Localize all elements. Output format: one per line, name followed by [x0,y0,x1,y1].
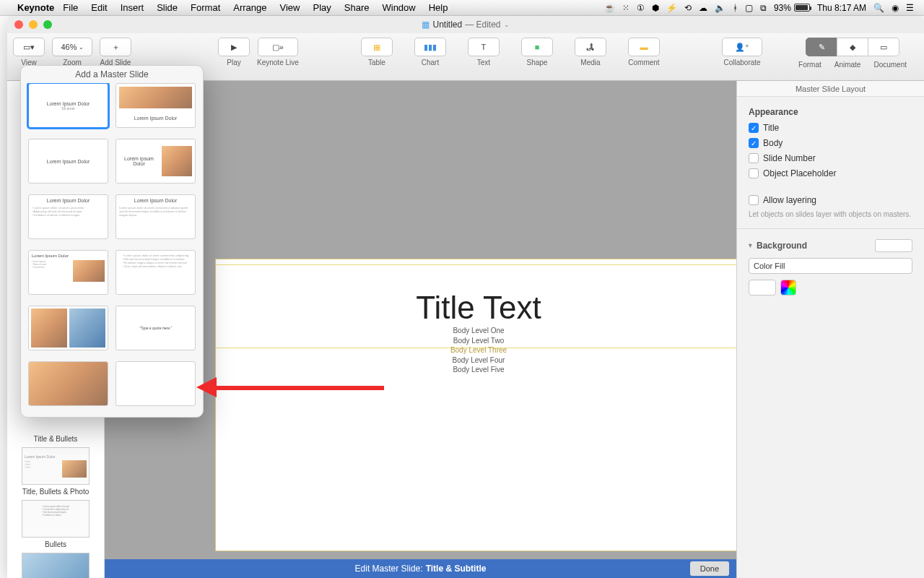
navigator-thumb[interactable]: Lorem Ipsum Dolor• item• item• item [22,447,90,485]
collaborate-button[interactable]: 👤⁺ [722,38,762,56]
color-picker-button[interactable] [780,280,796,296]
status-bolt-icon[interactable]: ⚡ [666,3,677,13]
popover-title: Add a Master Slide [21,66,203,83]
menu-edit[interactable]: Edit [91,2,107,13]
close-button[interactable] [14,20,23,29]
master-grid: Lorem Ipsum DolorSit amet Lorem Ipsum Do… [21,83,203,417]
play-button[interactable]: ▶ [218,38,250,56]
add-master-slide-popover: Add a Master Slide Lorem Ipsum DolorSit … [20,65,204,418]
spotlight-icon[interactable]: 🔍 [873,3,884,13]
master-photo-right[interactable]: Lorem Ipsum Dolor [116,139,196,184]
navigator-thumb[interactable]: • Lorem ipsum dolor sit amet• Consectetu… [22,500,90,538]
appearance-section: Appearance [749,107,912,117]
title-checkbox[interactable]: ✓Title [749,123,912,133]
animate-label: Animate [834,61,861,69]
play-label: Play [227,59,240,66]
master-two-photo[interactable] [28,306,108,350]
menu-slide[interactable]: Slide [157,2,178,13]
allow-layering-help: Let objects on slides layer with objects… [749,210,912,218]
app-menu[interactable]: Keynote [17,2,54,13]
menu-arrange[interactable]: Arrange [233,2,266,13]
fullscreen-button[interactable] [43,20,52,29]
document-label: Document [873,61,907,69]
menu-file[interactable]: File [63,2,78,13]
status-battery-percent[interactable]: 93% [774,3,810,13]
master-title-bullets-photo[interactable]: Lorem Ipsum Dolor• Lorem ipsum• Dolor si… [28,250,108,295]
siri-icon[interactable]: ◉ [892,3,899,13]
menu-share[interactable]: Share [344,2,370,13]
text-button[interactable]: T [468,38,500,56]
shape-button[interactable]: ■ [521,38,553,56]
menu-insert[interactable]: Insert [121,2,144,13]
keynote-live-button[interactable]: ▢» [258,38,298,56]
master-title-subtitle[interactable]: Lorem Ipsum DolorSit amet [28,83,108,128]
format-label: Format [798,61,821,69]
document-tab[interactable]: ▭ [868,38,899,56]
background-disclosure[interactable]: ▸Background [749,241,807,251]
slide-title-placeholder[interactable]: Title Text [216,290,736,326]
status-volume-icon[interactable]: 🔈 [715,3,725,13]
edit-master-prefix: Edit Master Slide: [355,564,423,574]
shape-label: Shape [526,59,547,66]
slide[interactable]: Title Text Body Level One Body Level Two… [215,259,736,551]
table-button[interactable]: ▦ [361,38,393,56]
inspector-panel: Master Slide Layout Appearance ✓Title ✓B… [736,81,924,578]
status-coffee-icon[interactable]: ☕ [604,3,615,13]
allow-layering-checkbox[interactable]: Allow layering [749,195,912,205]
format-tab[interactable]: ✎ [806,38,837,56]
master-title-text[interactable]: Lorem Ipsum DolorLorem ipsum dolor sit a… [116,194,196,239]
status-grid-icon[interactable]: ⁙ [622,3,629,13]
status-wifi-icon[interactable]: ⧉ [760,3,767,13]
body-level-1: Body Level One [216,326,736,336]
master-bullets-only[interactable]: • Lorem ipsum dolor sit amet consectetur… [116,250,196,295]
fill-type-select[interactable]: Color Fill⌃⌄ [749,258,912,274]
menu-format[interactable]: Format [191,2,220,13]
master-title-bullets[interactable]: Lorem Ipsum Dolor• Lorem ipsum dolor sit… [28,194,108,239]
add-slide-button[interactable]: ＋ [100,38,131,56]
battery-icon [794,4,810,12]
master-full-photo[interactable] [28,361,108,406]
animate-tab[interactable]: ◆ [837,38,868,56]
navigator-label: Title & Bullets [7,435,104,443]
status-updates-icon[interactable]: ① [637,3,645,13]
edit-master-name: Title & Subtitle [426,564,487,574]
body-level-4: Body Level Four [216,355,736,366]
status-bluetooth-icon[interactable]: ᚼ [733,3,738,13]
color-well[interactable] [749,280,776,296]
minimize-button[interactable] [29,20,38,29]
body-level-5: Body Level Five [216,365,736,375]
zoom-button[interactable]: 46%⌄ [52,38,92,56]
comment-button[interactable]: ▬ [628,38,660,56]
body-checkbox[interactable]: ✓Body [749,138,912,148]
comment-label: Comment [628,59,659,66]
status-dropbox-icon[interactable]: ⬢ [652,3,659,13]
body-level-3: Body Level Three [216,345,736,355]
status-cloud-icon[interactable]: ☁︎ [699,3,707,13]
doc-name: Untitled [432,20,462,30]
menu-help[interactable]: Help [429,2,448,13]
chart-button[interactable]: ▮▮▮ [414,38,446,56]
navigator-thumb[interactable] [22,553,90,578]
status-airplay-icon[interactable]: ▢ [745,3,753,13]
master-quote[interactable]: "Type a quote here." [116,306,196,350]
master-photo-title[interactable]: Lorem Ipsum Dolor [116,83,196,128]
master-title-center[interactable]: Lorem Ipsum Dolor [28,139,108,184]
background-well[interactable] [875,239,912,252]
macos-menubar: Keynote File Edit Insert Slide Format Ar… [0,0,924,16]
slide-number-checkbox[interactable]: Slide Number [749,153,912,163]
view-button[interactable]: ▭▾ [13,38,45,56]
master-blank[interactable] [116,361,196,406]
media-button[interactable]: 🏞 [575,38,606,56]
chart-label: Chart [422,59,439,66]
menu-window[interactable]: Window [382,2,415,13]
document-title[interactable]: ▦ Untitled — Edited ⌄ [422,20,509,30]
edit-master-bar: Edit Master Slide: Title & Subtitle Done [105,559,736,578]
object-placeholder-checkbox[interactable]: Object Placeholder [749,168,912,178]
menu-play[interactable]: Play [313,2,331,13]
status-sync-icon[interactable]: ⟲ [684,3,692,13]
slide-body-placeholder[interactable]: Body Level One Body Level Two Body Level… [216,326,736,375]
menu-view[interactable]: View [280,2,300,13]
done-button[interactable]: Done [690,561,729,576]
status-clock[interactable]: Thu 8:17 AM [817,3,866,13]
notification-center-icon[interactable]: ☰ [906,3,914,13]
